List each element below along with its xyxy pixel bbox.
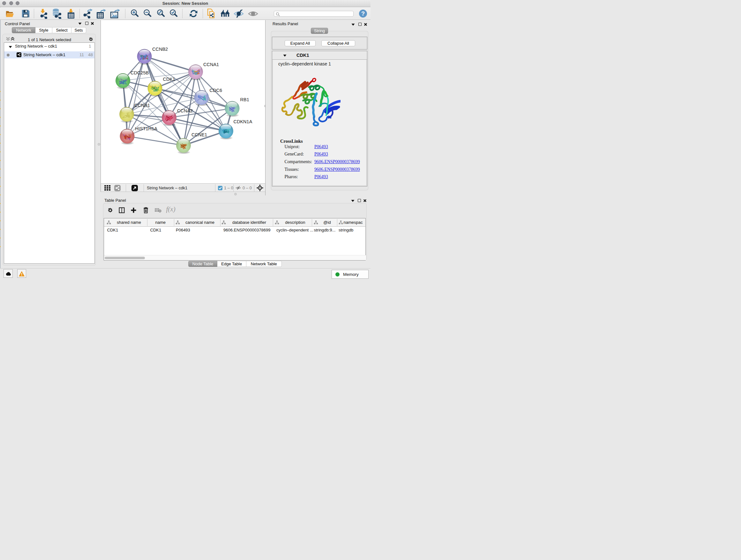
svg-text:CCNE1: CCNE1 (192, 132, 207, 137)
svg-text:CCNA2: CCNA2 (177, 108, 193, 113)
svg-text:CCNB1: CCNB1 (134, 103, 150, 108)
svg-text:CDC6: CDC6 (210, 87, 222, 92)
svg-text:RB1: RB1 (240, 97, 249, 102)
svg-text:HIST1H1A: HIST1H1A (135, 126, 158, 131)
svg-text:CDC25B: CDC25B (131, 70, 149, 75)
svg-text:CDKN1A: CDKN1A (233, 119, 253, 124)
svg-text:CCNA1: CCNA1 (203, 62, 219, 67)
svg-text:CDK1: CDK1 (163, 76, 176, 81)
svg-text:?: ? (361, 10, 365, 17)
svg-text:CCNB2: CCNB2 (152, 46, 168, 51)
